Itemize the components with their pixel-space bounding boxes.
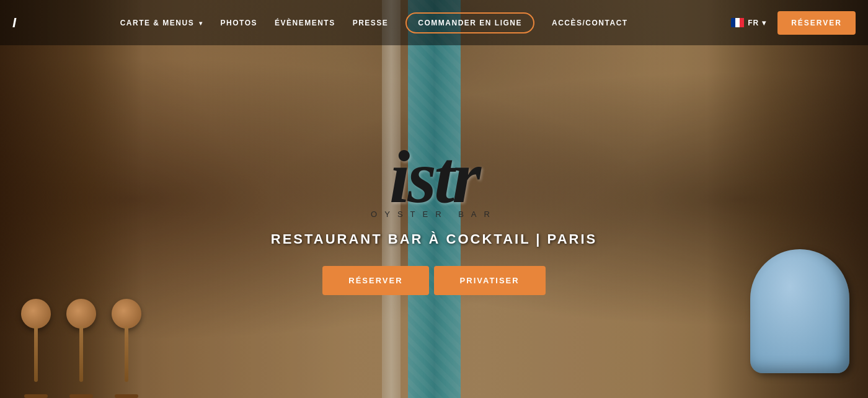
fr-flag [731, 18, 745, 27]
nav-carte-menus[interactable]: CARTE & MENUS ▾ [120, 19, 203, 27]
nav-commander-en-ligne[interactable]: COMMANDER EN LIGNE [405, 12, 534, 33]
navbar: i CARTE & MENUS ▾ PHOTOS ÉVÈNEMENTS PRES… [0, 0, 868, 45]
hero-reserver-button[interactable]: RÉSERVER [322, 266, 428, 295]
nav-reserver-button[interactable]: RÉSERVER [777, 11, 856, 35]
hero-cta-buttons: RÉSERVER PRIVATISER [322, 266, 545, 295]
nav-presse[interactable]: PRESSE [353, 19, 389, 27]
nav-right: FR ▾ RÉSERVER [731, 11, 856, 35]
hero-privatiser-button[interactable]: PRIVATISER [434, 266, 546, 295]
nav-links: CARTE & MENUS ▾ PHOTOS ÉVÈNEMENTS PRESSE… [17, 12, 731, 33]
hero-section: i CARTE & MENUS ▾ PHOTOS ÉVÈNEMENTS PRES… [0, 0, 868, 398]
hero-tagline: RESTAURANT BAR À COCKTAIL | PARIS [271, 231, 597, 247]
chevron-down-icon: ▾ [199, 20, 203, 27]
nav-photos[interactable]: PHOTOS [221, 19, 257, 27]
lang-label: FR [748, 19, 759, 27]
nav-logo: i [12, 15, 17, 31]
hero-content: istr OYSTER BAR RESTAURANT BAR À COCKTAI… [0, 0, 868, 398]
language-selector[interactable]: FR ▾ [731, 18, 766, 27]
brand-logo: istr [389, 140, 479, 214]
lang-chevron-icon: ▾ [762, 19, 766, 27]
nav-evenements[interactable]: ÉVÈNEMENTS [275, 19, 335, 27]
nav-acces-contact[interactable]: ACCÈS/CONTACT [552, 19, 628, 27]
